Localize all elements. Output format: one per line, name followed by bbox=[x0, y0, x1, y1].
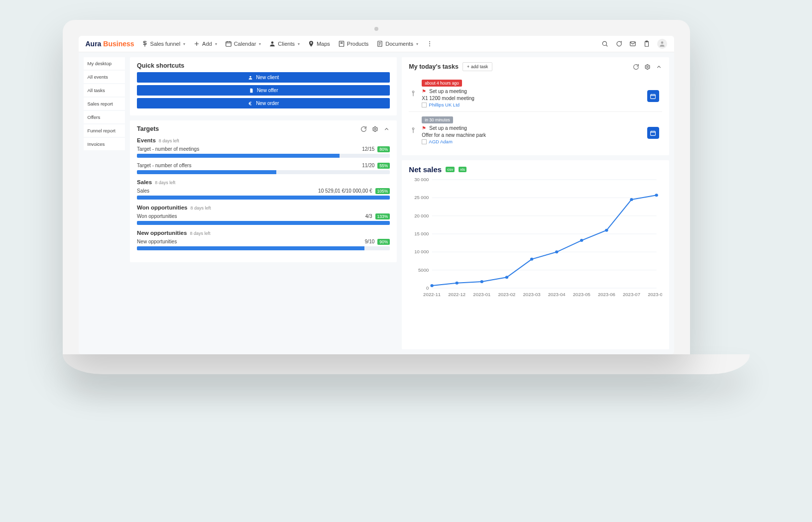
sidebar-item[interactable]: Offers bbox=[84, 111, 125, 123]
panel-targets: Targets Events8 days leftTarget - number… bbox=[130, 120, 397, 262]
svg-point-14 bbox=[646, 66, 648, 67]
svg-point-43 bbox=[431, 284, 434, 287]
plus-icon bbox=[193, 40, 200, 47]
nav-calendar[interactable]: Calendar▾ bbox=[225, 40, 261, 47]
nav-more[interactable] bbox=[426, 40, 433, 47]
chevron-down-icon: ▾ bbox=[215, 42, 217, 46]
mail-icon[interactable] bbox=[629, 40, 636, 47]
svg-point-1 bbox=[271, 41, 274, 44]
task-time-chip: about 4 hours ago bbox=[422, 80, 462, 87]
svg-text:2023-02: 2023-02 bbox=[498, 292, 516, 297]
target-row: New opportunities9/1090% bbox=[137, 239, 390, 250]
task-time-chip: in 30 minutes bbox=[422, 116, 453, 123]
plus-icon: + bbox=[467, 64, 469, 69]
svg-text:2023-01: 2023-01 bbox=[473, 292, 491, 297]
svg-point-51 bbox=[630, 198, 633, 201]
chat-icon[interactable] bbox=[615, 40, 622, 47]
nav-add[interactable]: Add▾ bbox=[193, 40, 217, 47]
sidebar-item[interactable]: Sales report bbox=[84, 98, 125, 110]
button-label: New offer bbox=[257, 88, 278, 93]
panel-tasks: My today's tasks + add task about 4 hour… bbox=[402, 57, 669, 155]
section-title: Won opportunities8 days left bbox=[137, 205, 390, 210]
sidebar-item[interactable]: My desktop bbox=[84, 57, 125, 70]
task-calendar-button[interactable] bbox=[647, 90, 659, 102]
document-icon bbox=[249, 88, 254, 93]
task-item: in 30 minutes⚑Set up a meetingOffer for … bbox=[409, 111, 662, 148]
nav-maps[interactable]: Maps bbox=[308, 40, 330, 47]
panel-header: Targets bbox=[137, 125, 390, 132]
sidebar-item[interactable]: All tasks bbox=[84, 84, 125, 97]
sidebar-item[interactable]: All events bbox=[84, 71, 125, 83]
target-row: Target - number of offers11/2055% bbox=[137, 163, 390, 174]
section-sub: 8 days left bbox=[190, 206, 211, 210]
chevron-up-icon[interactable] bbox=[656, 64, 662, 70]
export-xls-badge[interactable]: xls bbox=[459, 167, 466, 172]
svg-rect-16 bbox=[651, 94, 656, 99]
task-link[interactable]: Phillips UK Ltd bbox=[422, 102, 643, 107]
map-pin-icon bbox=[308, 40, 315, 47]
checkbox-icon bbox=[422, 103, 427, 107]
svg-point-4 bbox=[429, 41, 430, 42]
task-calendar-button[interactable] bbox=[647, 127, 659, 139]
target-label: Target - number of offers bbox=[137, 163, 191, 168]
gear-icon[interactable] bbox=[644, 64, 651, 70]
progress-fill bbox=[137, 196, 390, 200]
svg-point-13 bbox=[374, 128, 376, 129]
new-client-button[interactable]: New client bbox=[137, 72, 390, 83]
svg-text:5000: 5000 bbox=[418, 268, 429, 273]
chevron-up-icon[interactable] bbox=[383, 126, 390, 132]
svg-rect-18 bbox=[651, 131, 656, 135]
task-sub: Offer for a new machine park bbox=[422, 132, 643, 138]
svg-point-50 bbox=[605, 229, 608, 232]
chart-title: Net sales bbox=[409, 165, 442, 174]
svg-text:2023-06: 2023-06 bbox=[598, 292, 615, 297]
new-offer-button[interactable]: New offer bbox=[137, 85, 390, 96]
right-column: My today's tasks + add task about 4 hour… bbox=[402, 57, 669, 349]
svg-text:2023-04: 2023-04 bbox=[548, 292, 566, 297]
progress-track bbox=[137, 170, 390, 174]
nav-label: Maps bbox=[317, 41, 330, 47]
target-badge: 105% bbox=[375, 188, 390, 194]
target-label: New opportunities bbox=[137, 239, 177, 244]
nav-label: Sales funnel bbox=[150, 41, 181, 47]
logo-part-a: Aura bbox=[86, 40, 102, 48]
target-label: Won opportunities bbox=[137, 213, 177, 219]
task-link[interactable]: AGD Adam bbox=[422, 139, 643, 144]
section-title: Sales8 days left bbox=[137, 179, 390, 185]
svg-point-15 bbox=[413, 91, 415, 93]
nav-sales-funnel[interactable]: Sales funnel▾ bbox=[141, 40, 186, 47]
nav-clients[interactable]: Clients▾ bbox=[269, 40, 300, 47]
svg-text:2023-07: 2023-07 bbox=[623, 292, 640, 297]
chart-header: Net sales csv xls bbox=[409, 165, 662, 174]
progress-fill bbox=[137, 246, 364, 250]
target-badge: 80% bbox=[377, 146, 390, 152]
gear-icon[interactable] bbox=[372, 126, 378, 132]
export-csv-badge[interactable]: csv bbox=[446, 167, 455, 172]
clipboard-icon[interactable] bbox=[643, 40, 650, 47]
button-label: New client bbox=[256, 75, 279, 80]
tasks-body: about 4 hours ago⚑Set up a meetingX1 120… bbox=[409, 75, 662, 148]
calendar-icon bbox=[225, 40, 232, 47]
target-label: Target - number of meetings bbox=[137, 146, 199, 152]
nav-documents[interactable]: Documents▾ bbox=[376, 40, 418, 47]
section-title: Events8 days left bbox=[137, 137, 390, 143]
nav-products[interactable]: Products bbox=[338, 40, 368, 47]
target-badge: 55% bbox=[377, 163, 390, 169]
svg-point-52 bbox=[655, 194, 658, 197]
task-item: about 4 hours ago⚑Set up a meetingX1 120… bbox=[409, 75, 662, 111]
new-order-button[interactable]: New order bbox=[137, 98, 390, 108]
button-label: add task bbox=[471, 64, 488, 69]
chevron-down-icon: ▾ bbox=[183, 42, 185, 46]
sidebar-item[interactable]: Invoices bbox=[84, 138, 125, 150]
svg-text:2022-12: 2022-12 bbox=[449, 292, 466, 297]
refresh-icon[interactable] bbox=[360, 126, 367, 132]
more-vert-icon bbox=[426, 40, 433, 47]
nav-label: Products bbox=[347, 41, 368, 47]
progress-track bbox=[137, 246, 390, 250]
refresh-icon[interactable] bbox=[633, 64, 639, 70]
add-task-button[interactable]: + add task bbox=[463, 62, 492, 71]
document-icon bbox=[376, 40, 383, 47]
search-icon[interactable] bbox=[601, 40, 608, 47]
sidebar-item[interactable]: Funnel report bbox=[84, 124, 125, 137]
avatar[interactable] bbox=[657, 39, 667, 49]
